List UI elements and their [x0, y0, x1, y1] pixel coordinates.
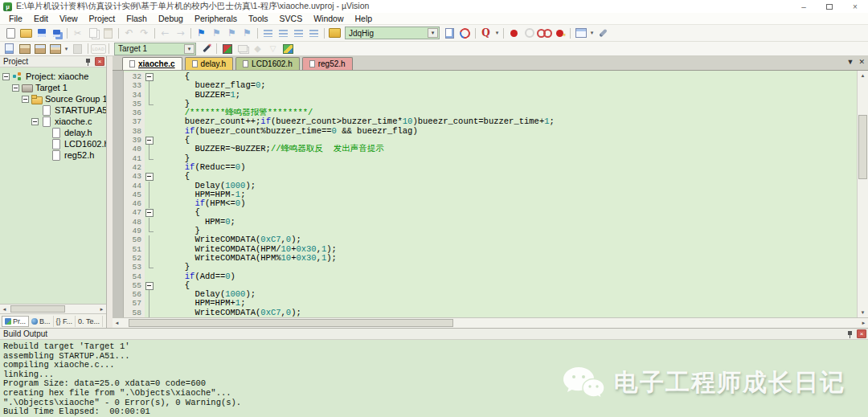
tree-item-lcd1602-h[interactable]: LCD1602.h	[0, 138, 106, 149]
vertical-splitter[interactable]	[107, 56, 113, 328]
panel-tab-te[interactable]: 0. Te...	[76, 316, 103, 327]
build-output-close-icon[interactable]: ×	[857, 329, 866, 338]
editor-tab-xiaoche-c[interactable]: xiaoche.c	[122, 57, 182, 70]
batch-build-icon[interactable]	[47, 43, 63, 55]
tree-item-target-1[interactable]: Target 1	[0, 82, 106, 93]
configure-icon[interactable]	[596, 27, 611, 39]
debug-windows-dropdown-icon[interactable]: ▾	[588, 30, 596, 36]
tree-item-xiaoche-c[interactable]: xiaoche.c	[0, 116, 106, 127]
options-for-target-icon[interactable]	[199, 43, 214, 55]
tree-item-reg52-h[interactable]: reg52.h	[0, 149, 106, 161]
minimize-icon[interactable]: –	[791, 0, 817, 13]
bookmark-clear-all-icon[interactable]	[240, 27, 255, 39]
chevron-down-icon[interactable]: ▾	[184, 44, 194, 54]
code-line-54[interactable]: 54 if(Add==0)	[124, 272, 857, 281]
menu-help[interactable]: Help	[350, 14, 379, 23]
code-line-50[interactable]: 50 WriteCOMDATA(0xC7,0);	[124, 235, 857, 244]
scroll-down-icon[interactable]: ▼	[858, 308, 868, 317]
manage-components-icon[interactable]	[219, 43, 235, 55]
menu-flash[interactable]: Flash	[121, 14, 153, 23]
find-dropdown-icon[interactable]: ▾	[493, 30, 501, 36]
code-line-42[interactable]: 42 if(Reduc==0)	[124, 163, 857, 172]
menu-debug[interactable]: Debug	[153, 14, 189, 23]
scroll-right-icon[interactable]: ►	[859, 321, 868, 325]
save-all-icon[interactable]	[49, 27, 64, 39]
pin-icon[interactable]	[846, 330, 854, 338]
scroll-right-icon[interactable]: ►	[97, 307, 106, 312]
code-line-58[interactable]: 58 WriteCOMDATA(0xC7,0);	[124, 309, 857, 317]
editor-hscrollbar[interactable]: ◄ ►	[113, 317, 868, 328]
tree-item-startup-a51[interactable]: STARTUP.A51	[0, 104, 106, 116]
chevron-down-icon[interactable]: ▾	[428, 28, 438, 38]
unindent-icon[interactable]	[260, 27, 276, 39]
menu-peripherals[interactable]: Peripherals	[189, 14, 243, 23]
debug-windows-icon[interactable]	[573, 27, 588, 39]
fold-collapse-icon[interactable]	[145, 136, 154, 145]
code-line-48[interactable]: 48 HPM=0;	[124, 218, 857, 227]
search-combo[interactable]: JdqHig▾	[345, 27, 440, 39]
uncomment-selection-icon[interactable]	[306, 27, 321, 39]
scroll-left-icon[interactable]: ◄	[0, 307, 9, 312]
menu-file[interactable]: File	[3, 14, 28, 23]
tab-list-dropdown-icon[interactable]: ▼	[847, 58, 854, 66]
collapse-icon[interactable]	[31, 118, 39, 125]
new-file-icon[interactable]	[3, 27, 18, 39]
menu-project[interactable]: Project	[84, 14, 121, 23]
code-line-53[interactable]: 53 }	[124, 263, 857, 272]
scroll-up-icon[interactable]: ▲	[858, 71, 868, 80]
maximize-icon[interactable]	[817, 0, 842, 13]
tree-item-source-group-1[interactable]: Source Group 1	[0, 93, 106, 104]
editor-tab-lcd1602-h[interactable]: LCD1602.h	[235, 57, 300, 70]
code-line-40[interactable]: 40 BUZZER=~BUZZER;//蜂鸣器取反 发出声音提示	[124, 145, 857, 153]
code-editor[interactable]: 32 {33 bueezr_flag=0;34 BUZZER=1;35 }36 …	[113, 71, 868, 317]
breakpoint-disable-all-icon[interactable]	[537, 27, 552, 39]
translate-file-icon[interactable]	[2, 43, 17, 55]
code-line-38[interactable]: 38 if(bueezr_count%buzzer_time==0 && bue…	[124, 127, 857, 136]
code-lines[interactable]: 32 {33 bueezr_flag=0;34 BUZZER=1;35 }36 …	[124, 71, 857, 317]
bookmark-toggle-icon[interactable]	[194, 27, 209, 39]
indent-icon[interactable]	[276, 27, 291, 39]
fold-collapse-icon[interactable]	[145, 172, 154, 181]
editor-vscrollbar[interactable]: ▲ ▼	[857, 71, 868, 317]
menu-window[interactable]: Window	[308, 14, 349, 23]
collapse-icon[interactable]	[12, 84, 19, 92]
open-file-icon[interactable]	[18, 27, 34, 39]
breakpoint-margin[interactable]	[113, 71, 124, 317]
menu-view[interactable]: View	[54, 14, 84, 23]
fold-collapse-icon[interactable]	[145, 72, 154, 81]
bookmark-prev-icon[interactable]	[209, 27, 224, 39]
find-icon[interactable]	[478, 27, 493, 39]
breakpoint-kill-all-icon[interactable]	[552, 27, 567, 39]
menu-edit[interactable]: Edit	[28, 14, 54, 23]
scrollbar-thumb[interactable]	[10, 305, 65, 313]
tree-item-delay-h[interactable]: delay.h	[0, 127, 106, 138]
tree-item-project-xiaoche[interactable]: Project: xiaoche	[0, 71, 106, 82]
code-line-34[interactable]: 34 BUZZER=1;	[124, 91, 857, 100]
menu-tools[interactable]: Tools	[243, 14, 274, 23]
panel-tab-pr[interactable]: Pr...	[2, 316, 29, 327]
rebuild-all-icon[interactable]	[32, 43, 47, 55]
fold-collapse-icon[interactable]	[145, 208, 154, 217]
project-panel-close-icon[interactable]: ×	[95, 57, 104, 66]
project-panel-hscrollbar[interactable]: ◄ ►	[0, 304, 106, 313]
menu-svcs[interactable]: SVCS	[274, 14, 309, 23]
scroll-left-icon[interactable]: ◄	[113, 321, 121, 325]
find-in-files-icon[interactable]	[327, 27, 342, 39]
scrollbar-thumb[interactable]	[129, 319, 453, 327]
close-icon[interactable]: ×	[842, 0, 868, 13]
editor-tab-delay-h[interactable]: delay.h	[185, 57, 234, 70]
pin-icon[interactable]	[84, 58, 92, 66]
build-icon[interactable]	[17, 43, 32, 55]
tab-close-icon[interactable]: ✕	[858, 58, 865, 66]
bookmark-next-icon[interactable]	[224, 27, 240, 39]
code-line-46[interactable]: 46 if(HPM<=0)	[124, 199, 857, 208]
target-combo[interactable]: Target 1▾	[114, 43, 196, 55]
editor-tab-reg52-h[interactable]: reg52.h	[302, 57, 353, 70]
fold-collapse-icon[interactable]	[145, 281, 154, 290]
pack-installer-icon[interactable]	[280, 43, 296, 55]
batch-build-dropdown-icon[interactable]: ▾	[63, 46, 70, 52]
panel-tab-f[interactable]: {} F...	[54, 316, 76, 327]
save-icon[interactable]	[34, 27, 49, 39]
comment-selection-icon[interactable]	[291, 27, 306, 39]
collapse-icon[interactable]	[22, 96, 29, 103]
